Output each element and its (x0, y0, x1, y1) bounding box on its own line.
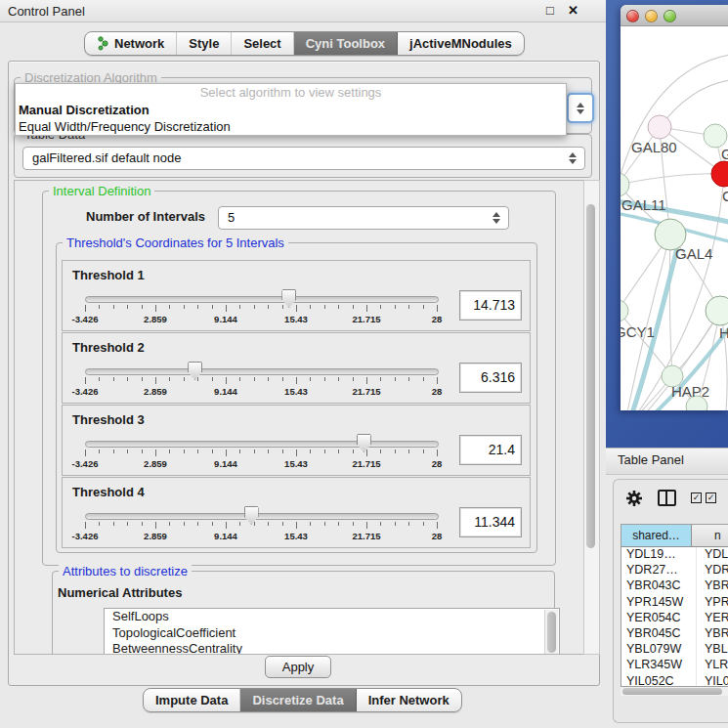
network-canvas[interactable]: GAL80GACGAL11GAL4GCY1HHAP2 (621, 25, 728, 410)
minimize-window-button[interactable] (645, 10, 658, 22)
table-cell-name[interactable]: YIL0 (697, 674, 728, 688)
slider-tick (212, 377, 213, 381)
table-cell-shared-name[interactable]: YPR145W (621, 595, 697, 611)
close-window-button[interactable] (626, 10, 639, 22)
slider-thumb[interactable] (281, 289, 296, 308)
table-cell-shared-name[interactable]: YDL19… (621, 547, 697, 563)
threshold-value-field[interactable]: 21.4 (459, 435, 522, 465)
checkbox-icon[interactable]: ✓ (706, 492, 716, 503)
dropdown-option[interactable]: Equal Width/Frequency Discretization (16, 118, 566, 135)
float-window-icon[interactable]: □ (546, 3, 554, 18)
table-row[interactable]: YPR145WYPR1 (621, 595, 728, 611)
slider-tick (239, 450, 240, 453)
tab-cyni-toolbox[interactable]: Cyni Toolbox (294, 32, 398, 55)
table-cell-shared-name[interactable]: YBL079W (621, 642, 697, 658)
threshold-value-field[interactable]: 11.344 (459, 507, 522, 537)
network-edge[interactable] (621, 174, 724, 185)
tab-impute-data[interactable]: Impute Data (144, 689, 240, 711)
split-columns-icon[interactable] (658, 490, 676, 506)
table-data-combobox[interactable]: galFiltered.sif default node (22, 147, 585, 170)
scrollbar-thumb[interactable] (586, 204, 595, 548)
number-of-intervals-label: Number of Intervals (86, 209, 205, 224)
slider-thumb[interactable] (357, 434, 371, 452)
table-cell-shared-name[interactable]: YBR043C (621, 578, 697, 594)
threshold-row: Threshold 2-3.4262.8599.14415.4321.71528… (62, 332, 531, 404)
network-node[interactable] (621, 300, 628, 321)
table-row[interactable]: YER054CYER0 (621, 611, 728, 626)
tab-discretize-data[interactable]: Discretize Data (240, 689, 356, 711)
table-row[interactable]: YBR043CYBR0 (621, 578, 728, 594)
dropdown-option[interactable]: Manual Discretization (16, 102, 566, 118)
table-cell-name[interactable]: YLR3 (697, 658, 728, 673)
attribute-item[interactable]: TopologicalCoefficient (105, 625, 559, 642)
settings-scrollbar[interactable] (583, 180, 600, 655)
table-cell-name[interactable]: YBR0 (697, 578, 728, 594)
slider-thumb[interactable] (244, 506, 259, 525)
table-row[interactable]: YDR27…YDR2 (621, 563, 728, 578)
network-node[interactable] (706, 296, 728, 325)
slider-track[interactable] (85, 513, 439, 520)
network-node[interactable] (621, 173, 629, 196)
table-horizontal-scrollbar[interactable] (621, 687, 728, 696)
slider-track[interactable] (85, 441, 439, 448)
slider-tick (353, 377, 354, 381)
node-attribute-table[interactable]: shared… n YDL19…YDL1YDR27…YDR2YBR043CYBR… (621, 524, 728, 687)
table-cell-shared-name[interactable]: YBR045C (621, 626, 697, 642)
network-edge[interactable] (660, 80, 728, 127)
table-row[interactable]: YBR045CYBR0 (621, 626, 728, 642)
slider-tick-label: 21.715 (335, 458, 398, 469)
network-edge[interactable] (622, 235, 670, 410)
table-cell-name[interactable]: YBL0 (697, 642, 728, 658)
slider-tick (169, 377, 170, 381)
attribute-item[interactable]: BetweennessCentrality (105, 641, 559, 655)
tab-jactivemnodules[interactable]: jActiveMNodules (398, 32, 524, 55)
scrollbar-thumb[interactable] (622, 688, 722, 695)
table-row[interactable]: YIL052CYIL0 (621, 674, 728, 688)
attributes-group-title: Attributes to discretize (59, 564, 192, 578)
network-node[interactable] (648, 115, 671, 139)
table-cell-name[interactable]: YER0 (697, 611, 728, 626)
column-header-shared[interactable]: shared… (621, 525, 692, 546)
zoom-window-button[interactable] (664, 10, 676, 22)
column-header-name[interactable]: n (692, 525, 728, 546)
table-cell-shared-name[interactable]: YIL052C (621, 674, 697, 688)
checkbox-icon[interactable]: ✓ (691, 492, 702, 503)
table-row[interactable]: YDL19…YDL1 (621, 547, 728, 563)
attributes-scrollbar[interactable] (544, 610, 558, 655)
scrollbar-thumb[interactable] (547, 612, 556, 653)
apply-button[interactable]: Apply (265, 656, 331, 678)
tab-infer-network[interactable]: Infer Network (357, 689, 461, 711)
network-node[interactable] (711, 161, 728, 187)
network-window-titlebar[interactable] (621, 5, 728, 26)
table-cell-name[interactable]: YDL1 (697, 547, 728, 563)
tab-style[interactable]: Style (177, 32, 232, 55)
slider-thumb[interactable] (188, 362, 202, 380)
close-icon[interactable]: ✕ (568, 3, 578, 18)
numerical-attributes-list[interactable]: SelfLoopsTopologicalCoefficientBetweenne… (104, 608, 560, 655)
network-node[interactable] (704, 124, 727, 148)
table-row[interactable]: YBL079WYBL0 (621, 642, 728, 658)
slider-tick (282, 305, 283, 309)
tab-network[interactable]: Network (85, 32, 177, 55)
attribute-item[interactable]: SelfLoops (105, 609, 559, 625)
table-cell-shared-name[interactable]: YDR27… (621, 563, 697, 578)
table-cell-shared-name[interactable]: YER054C (621, 611, 697, 626)
network-edge[interactable] (669, 235, 672, 376)
slider-track[interactable] (85, 368, 439, 375)
table-cell-name[interactable]: YDR2 (697, 563, 728, 578)
threshold-row: Threshold 3-3.4262.8599.14415.4321.71528… (62, 405, 531, 476)
slider-track[interactable] (85, 296, 439, 303)
table-row[interactable]: YLR345WYLR3 (621, 658, 728, 673)
threshold-value-field[interactable]: 6.316 (459, 363, 522, 393)
number-of-intervals-combobox[interactable]: 5 (218, 206, 509, 230)
gear-icon[interactable] (625, 490, 643, 507)
threshold-value-field[interactable]: 14.713 (459, 290, 522, 321)
slider-tick (155, 522, 156, 529)
slider-tick (127, 377, 128, 381)
tab-select[interactable]: Select (232, 32, 293, 55)
table-cell-name[interactable]: YPR1 (697, 595, 728, 611)
table-cell-shared-name[interactable]: YLR345W (621, 658, 697, 673)
table-header-row: shared… n (621, 525, 728, 547)
table-cell-name[interactable]: YBR0 (697, 626, 728, 642)
algorithm-combobox[interactable] (567, 93, 594, 123)
